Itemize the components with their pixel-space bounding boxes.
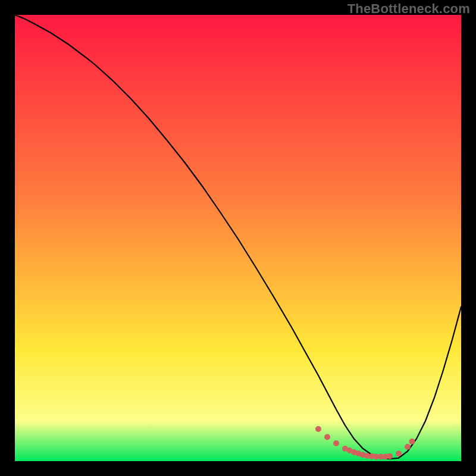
optimal-dot (387, 453, 393, 459)
optimal-dot (333, 440, 339, 446)
optimal-dot (324, 434, 330, 440)
optimal-dot (405, 444, 411, 450)
optimal-dot (315, 426, 321, 432)
chart-frame: TheBottleneck.com (0, 0, 476, 476)
optimal-dot (409, 439, 415, 444)
plot-area (15, 15, 461, 461)
chart-svg (15, 15, 461, 461)
optimal-dot (396, 450, 402, 456)
watermark-label: TheBottleneck.com (347, 1, 470, 17)
